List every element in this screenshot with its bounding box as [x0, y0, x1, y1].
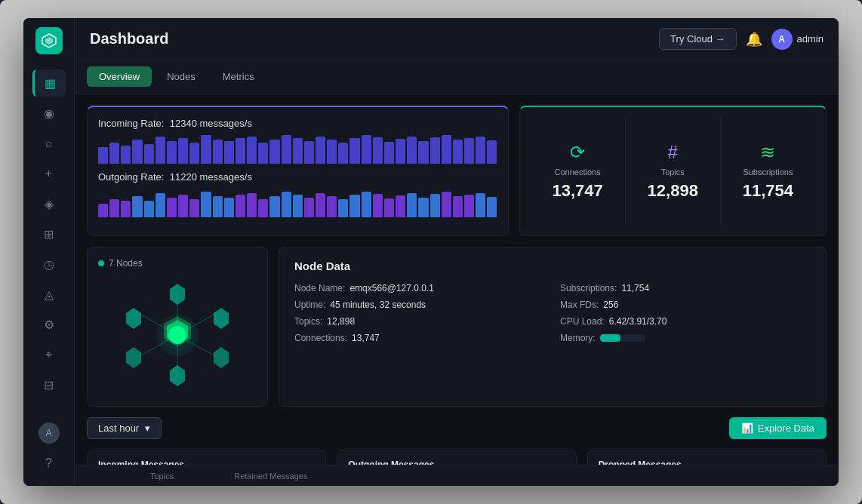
subscriptions-nd-value: 11,754 [621, 283, 649, 293]
outgoing-bar-chart [98, 187, 497, 217]
bottom-tab-bar: Topics Retained Messages [75, 465, 839, 486]
sidebar-item-shield[interactable]: ◈ [32, 190, 66, 217]
sidebar-item-inspect[interactable]: ⌖ [32, 341, 66, 368]
bottom-charts: Incoming Messages 21,000 Outgoing Messag… [87, 450, 827, 465]
sidebar-item-alerts[interactable]: ◬ [32, 281, 66, 308]
incoming-messages-chart: Incoming Messages 21,000 [87, 450, 326, 465]
memory-label: Memory: [560, 333, 596, 343]
admin-avatar: A [771, 29, 793, 50]
maxfds-label: Max FDs: [560, 300, 599, 310]
tab-metrics[interactable]: Metrics [211, 66, 266, 87]
explore-label: Explore Data [758, 423, 814, 434]
svg-marker-1 [45, 37, 53, 45]
explore-data-button[interactable]: 📊 Explore Data [729, 417, 827, 439]
bell-icon[interactable]: 🔔 [746, 31, 762, 48]
maxfds-row: Max FDs: 256 [560, 300, 811, 310]
sidebar-item-add[interactable]: + [32, 160, 66, 187]
cpu-label: CPU Load: [560, 316, 605, 327]
svg-marker-12 [126, 347, 141, 368]
topbar: Dashboard Try Cloud → 🔔 A admin [75, 18, 839, 60]
sidebar-item-monitor[interactable]: ◉ [32, 100, 66, 127]
sidebar-item-dashboard[interactable]: ▦ [32, 69, 66, 97]
node-visualization [117, 275, 238, 395]
nodes-badge: 7 Nodes [98, 258, 143, 269]
topics-nd-label: Topics: [294, 316, 322, 327]
user-avatar-small[interactable]: A [38, 423, 60, 444]
bottom-tab-topics[interactable]: Topics [150, 472, 174, 481]
main-content: Dashboard Try Cloud → 🔔 A admin O [75, 18, 839, 486]
subscriptions-icon: ≋ [760, 142, 775, 163]
connections-value: 13,747 [552, 181, 602, 201]
svg-marker-10 [214, 347, 229, 368]
svg-marker-8 [170, 284, 185, 305]
outgoing-messages-chart: Outgoing Messages 21,000 [337, 450, 576, 465]
tab-overview[interactable]: Overview [87, 66, 152, 87]
node-name-label: Node Name: [294, 283, 345, 293]
cpu-row: CPU Load: 6.42/3.91/3.70 [560, 316, 811, 327]
sidebar-nav: ▦ ◉ ⌕ + ◈ ⊞ ◷ [32, 69, 66, 423]
subscriptions-value: 11,754 [743, 181, 793, 201]
subscriptions-nd-label: Subscriptions: [560, 283, 617, 293]
try-cloud-label: Try Cloud → [670, 33, 725, 45]
svg-marker-11 [170, 365, 185, 386]
shield-icon: ◈ [45, 197, 54, 211]
settings-icon: ⚙ [44, 318, 54, 332]
dropped-messages-title: Dropped Messages [599, 459, 815, 465]
uptime-row: Uptime: 45 minutes, 32 seconds [294, 300, 545, 310]
help-icon: ? [45, 456, 52, 470]
topics-value: 12,898 [648, 181, 698, 201]
stat-topics: # Topics 12,898 [625, 118, 720, 225]
page-title: Dashboard [90, 30, 168, 48]
uptime-value: 45 minutes, 32 seconds [330, 300, 426, 310]
node-visual-card: 7 Nodes [87, 247, 268, 407]
subscriptions-label: Subscriptions [743, 167, 793, 177]
timer-icon: ◷ [44, 257, 54, 272]
maxfds-value: 256 [603, 300, 618, 310]
nodes-count: 7 Nodes [109, 258, 143, 269]
memory-bar-fill [600, 334, 620, 342]
connections-label: Connections [555, 167, 601, 177]
sidebar-item-search[interactable]: ⌕ [32, 130, 66, 157]
inspect-icon: ⌖ [45, 348, 52, 361]
svg-point-17 [168, 326, 186, 344]
sidebar-bottom: A ? [32, 423, 66, 477]
tabs-bar: Overview Nodes Metrics [75, 60, 839, 94]
add-icon: + [45, 167, 52, 180]
sidebar-item-stack[interactable]: ⊟ [32, 371, 66, 398]
time-select[interactable]: Last hour ▾ [87, 417, 162, 439]
sidebar-item-help[interactable]: ? [32, 450, 66, 477]
stat-connections: ⟳ Connections 13,747 [531, 118, 625, 225]
bottom-controls: Last hour ▾ 📊 Explore Data [87, 417, 827, 439]
app-logo[interactable] [35, 27, 63, 54]
outgoing-messages-title: Outgoing Messages [348, 459, 565, 465]
node-name-value: emqx566@127.0.0.1 [349, 283, 434, 293]
rate-chart-card: Incoming Rate: 12340 messages/s [87, 106, 509, 236]
admin-badge[interactable]: A admin [771, 29, 824, 50]
dropped-messages-chart: Dropped Messages 21,000 [587, 450, 827, 465]
explore-icon: 📊 [741, 423, 753, 434]
bottom-tab-retained[interactable]: Retained Messages [234, 472, 307, 481]
topics-nd-value: 12,898 [327, 316, 355, 327]
node-data-title: Node Data [294, 260, 811, 272]
topics-nd-row: Topics: 12,898 [294, 316, 545, 327]
sidebar-item-timer[interactable]: ◷ [32, 250, 66, 278]
svg-marker-9 [214, 308, 229, 329]
stats-card: ⟳ Connections 13,747 # Topics 12,898 ≋ S… [519, 106, 827, 236]
sidebar: ▦ ◉ ⌕ + ◈ ⊞ ◷ [23, 18, 75, 486]
monitor-icon: ◉ [44, 106, 54, 121]
topics-label: Topics [661, 167, 685, 177]
node-name-row: Node Name: emqx566@127.0.0.1 [294, 283, 545, 293]
tab-nodes[interactable]: Nodes [155, 66, 208, 87]
sidebar-item-settings[interactable]: ⚙ [32, 311, 66, 338]
node-data-grid: Node Name: emqx566@127.0.0.1 Subscriptio… [294, 283, 811, 343]
topics-icon: # [668, 142, 678, 163]
grid-icon: ⊞ [44, 227, 54, 241]
incoming-bar-chart [98, 134, 497, 164]
sidebar-item-grid[interactable]: ⊞ [32, 220, 66, 247]
try-cloud-button[interactable]: Try Cloud → [659, 28, 736, 50]
incoming-rate-label: Incoming Rate: 12340 messages/s [98, 118, 497, 129]
connections-nd-label: Connections: [294, 333, 347, 343]
memory-row: Memory: [560, 333, 811, 343]
node-section: 7 Nodes [87, 247, 827, 407]
alerts-icon: ◬ [45, 287, 54, 302]
